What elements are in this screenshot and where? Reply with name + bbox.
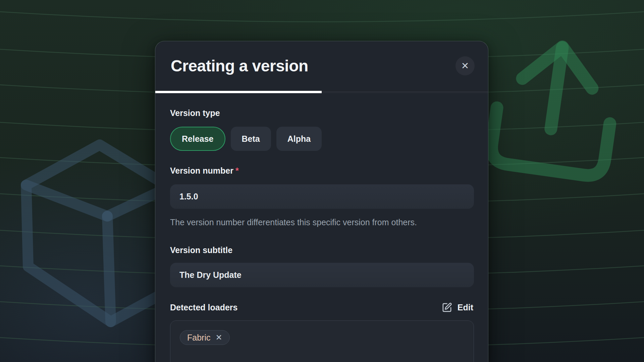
- loader-chip-fabric: Fabric ✕: [180, 330, 230, 345]
- version-subtitle-input[interactable]: [170, 263, 474, 287]
- version-number-label: Version number*: [170, 166, 473, 176]
- detected-loaders-label: Detected loaders: [170, 302, 237, 312]
- close-button[interactable]: ✕: [455, 56, 475, 75]
- version-type-release-button[interactable]: Release: [170, 127, 225, 151]
- version-type-alpha-button[interactable]: Alpha: [276, 127, 322, 151]
- screen: Creating a version ✕ Version type Releas…: [0, 0, 644, 362]
- progress-fill: [155, 91, 322, 93]
- upload-arrow-icon: [489, 39, 620, 178]
- version-subtitle-label: Version subtitle: [170, 245, 473, 255]
- loader-chip-label: Fabric: [187, 333, 210, 343]
- create-version-modal: Creating a version ✕ Version type Releas…: [155, 41, 488, 362]
- close-icon: ✕: [461, 56, 469, 75]
- version-number-helper: The version number differentiates this s…: [170, 215, 463, 230]
- version-number-input[interactable]: [170, 184, 474, 209]
- detected-loaders-card: Fabric ✕: [170, 320, 474, 362]
- required-marker: *: [235, 166, 239, 175]
- version-number-label-text: Version number: [170, 166, 233, 175]
- edit-label: Edit: [458, 303, 473, 312]
- version-type-label: Version type: [170, 108, 473, 118]
- modal-header: Creating a version ✕: [155, 41, 488, 90]
- progress-bar: [155, 90, 488, 93]
- modal-title: Creating a version: [171, 57, 308, 75]
- chip-remove-icon[interactable]: ✕: [215, 334, 222, 342]
- version-type-options: Release Beta Alpha: [170, 127, 473, 151]
- version-type-beta-button[interactable]: Beta: [231, 127, 271, 151]
- edit-icon: [442, 302, 452, 313]
- edit-loaders-button[interactable]: Edit: [442, 302, 473, 313]
- detected-loaders-row: Detected loaders Edit: [170, 302, 473, 312]
- modal-body: Version type Release Beta Alpha Version …: [155, 108, 488, 362]
